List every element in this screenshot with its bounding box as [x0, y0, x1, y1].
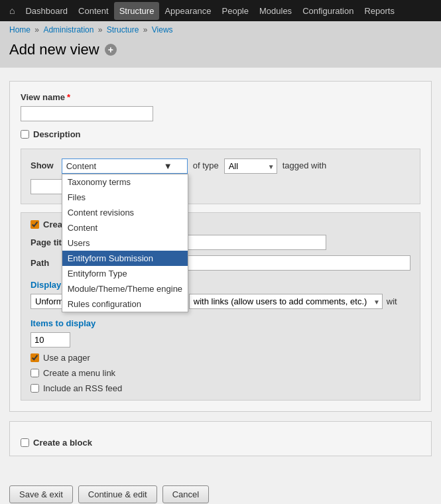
description-checkbox[interactable]: [21, 130, 29, 139]
nav-item-modules[interactable]: Modules: [254, 2, 297, 20]
nav-item-content[interactable]: Content: [73, 2, 114, 20]
create-block-label[interactable]: Create a block: [21, 438, 420, 448]
tagged-with-label: tagged with: [283, 158, 327, 170]
nav-item-dashboard[interactable]: Dashboard: [20, 2, 73, 20]
cancel-button[interactable]: Cancel: [162, 485, 209, 503]
menu-item-content[interactable]: Content: [62, 220, 188, 235]
menu-item-files[interactable]: Files: [62, 190, 188, 205]
show-dropdown-button[interactable]: Content ▼: [62, 158, 188, 174]
with-dropdown-wrapper: with links (allow users to add comments,…: [189, 294, 383, 309]
home-icon[interactable]: ⌂: [4, 1, 20, 20]
create-block-checkbox[interactable]: [21, 438, 29, 447]
with-dropdown[interactable]: with links (allow users to add comments,…: [189, 294, 383, 309]
items-label: Items to display: [31, 318, 410, 328]
view-name-input[interactable]: [21, 106, 153, 121]
bottom-buttons: Save & exit Continue & edit Cancel: [0, 479, 441, 504]
menu-item-entityform-type[interactable]: Entityform Type: [62, 266, 188, 281]
show-dropdown-menu: Taxonomy terms Files Content revisions C…: [62, 174, 188, 312]
menu-item-content-revisions[interactable]: Content revisions: [62, 205, 188, 220]
create-menu-link-checkbox[interactable]: [31, 369, 39, 377]
main-form-section: View name* Description Show Content ▼ Ta…: [9, 81, 432, 412]
main-content: View name* Description Show Content ▼ Ta…: [0, 68, 441, 479]
of-type-label: of type: [193, 158, 219, 170]
create-page-checkbox[interactable]: [31, 220, 39, 229]
top-navigation: ⌂ Dashboard Content Structure Appearance…: [0, 0, 441, 21]
include-rss-row: Include an RSS feed: [31, 383, 410, 393]
create-menu-link-row: Create a menu link: [31, 368, 410, 378]
menu-item-rules-config[interactable]: Rules configuration: [62, 296, 188, 312]
save-exit-button[interactable]: Save & exit: [9, 485, 73, 503]
nav-item-people[interactable]: People: [217, 2, 254, 20]
menu-item-entityform-submission[interactable]: Entityform Submission: [62, 251, 188, 266]
use-pager-label: Use a pager: [43, 353, 90, 363]
nav-item-appearance[interactable]: Appearance: [159, 2, 216, 20]
nav-item-structure[interactable]: Structure: [114, 2, 160, 20]
breadcrumb: Home » Administration » Structure » View…: [0, 21, 441, 38]
items-input[interactable]: [31, 332, 70, 347]
use-pager-checkbox[interactable]: [31, 353, 39, 362]
add-icon[interactable]: +: [105, 44, 117, 56]
description-label[interactable]: Description: [21, 129, 420, 139]
menu-item-users[interactable]: Users: [62, 235, 188, 251]
continue-edit-button[interactable]: Continue & edit: [78, 485, 157, 503]
view-name-label: View name*: [21, 92, 420, 102]
create-block-section: Create a block: [9, 421, 432, 456]
show-dropdown-wrapper: Content ▼ Taxonomy terms Files Content r…: [62, 158, 188, 174]
breadcrumb-structure[interactable]: Structure: [107, 25, 139, 34]
breadcrumb-home[interactable]: Home: [9, 25, 31, 34]
type-dropdown-wrapper: All ▼: [224, 158, 277, 174]
include-rss-checkbox[interactable]: [31, 384, 39, 393]
page-header: Add new view +: [0, 38, 441, 68]
menu-item-taxonomy[interactable]: Taxonomy terms: [62, 174, 188, 190]
show-row: Show Content ▼ Taxonomy terms Files Cont…: [21, 149, 420, 204]
dropdown-arrow-icon: ▼: [164, 161, 172, 171]
path-label: Path: [31, 258, 57, 268]
items-section: Items to display: [31, 318, 410, 347]
use-pager-row: Use a pager: [31, 353, 410, 363]
include-rss-label: Include an RSS feed: [43, 383, 122, 393]
with-extra-label: wit: [387, 296, 397, 306]
nav-item-reports[interactable]: Reports: [359, 2, 400, 20]
nav-item-configuration[interactable]: Configuration: [297, 2, 359, 20]
type-dropdown[interactable]: All: [224, 158, 277, 174]
menu-item-module-theme[interactable]: Module/Theme/Theme engine: [62, 281, 188, 296]
show-label: Show: [31, 158, 54, 170]
page-title: Add new view: [9, 41, 99, 58]
breadcrumb-views[interactable]: Views: [152, 25, 173, 34]
breadcrumb-administration[interactable]: Administration: [43, 25, 94, 34]
create-menu-link-label: Create a menu link: [43, 368, 115, 378]
